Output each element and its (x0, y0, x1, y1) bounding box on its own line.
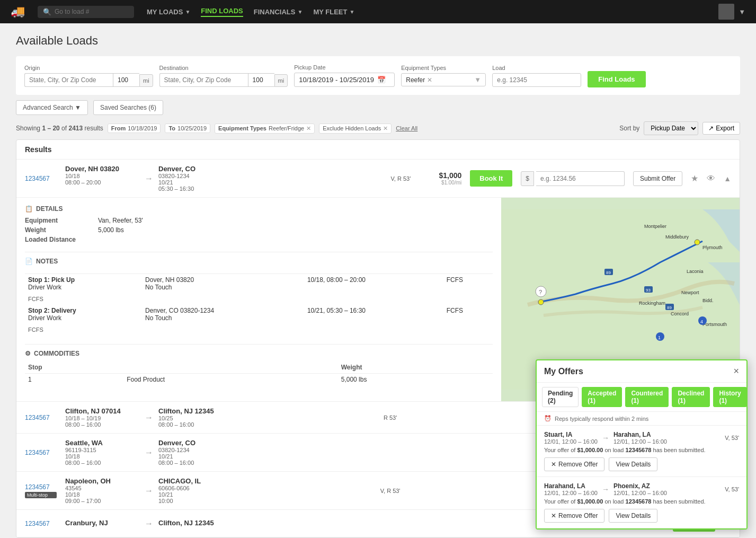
equipment-remove-icon[interactable]: ✕ (427, 76, 432, 84)
offer-amount-input-1[interactable] (536, 171, 625, 186)
load-origin-1: Dover, NH 03820 10/18 08:00 – 20:00 (65, 165, 139, 186)
export-icon: ↗ (708, 125, 714, 132)
com-stop-1: 1 (25, 374, 123, 386)
exclude-hidden-tag[interactable]: Exclude Hidden Loads ✕ (319, 124, 392, 134)
tab-declined[interactable]: Declined (1) (672, 387, 710, 407)
remove-offer-button-2[interactable]: ✕ Remove Offer (544, 509, 604, 523)
multi-stop-badge: Multi-stop (25, 492, 57, 498)
nav-my-loads[interactable]: MY LOADS ▼ (147, 7, 190, 17)
collapse-button-1[interactable]: ▲ (724, 174, 731, 183)
load-dest-4: CHICAGO, IL 60606-0606 10/21 10:00 (158, 477, 233, 504)
equipment-label: Equipment Types (401, 65, 486, 71)
load-id-2[interactable]: 1234567 (25, 414, 57, 421)
modal-notice: ⏰ Reps typically respond within 2 mins (537, 412, 746, 426)
load-price-group-1: $1,000 $1.00/mi (419, 171, 461, 186)
stop-datetime-1: 10/18, 08:00 – 20:00 (304, 274, 443, 294)
offer-message-2: Your offer of $1,000.00 on load 12345678… (544, 498, 739, 505)
datetime-header (304, 269, 443, 274)
tab-history[interactable]: History (1) (713, 387, 746, 407)
hide-button-1[interactable]: 👁 (707, 174, 715, 183)
results-bar-left: Showing 1 – 20 of 2413 results From 10/1… (16, 124, 417, 134)
load-dest-5: Clifton, NJ 12345 (158, 519, 233, 527)
export-button[interactable]: ↗ Export (702, 122, 740, 135)
arrow-icon: → (145, 486, 153, 496)
global-search[interactable]: 🔍 (38, 6, 134, 18)
tab-pending[interactable]: Pending (2) (542, 387, 579, 407)
advanced-search-button[interactable]: Advanced Search ▼ (16, 100, 88, 115)
svg-point-1 (695, 240, 700, 245)
origin-label: Origin (24, 65, 153, 71)
equipment-input[interactable]: Reefer ✕ ▼ (401, 73, 486, 86)
details-section: 📋 DETAILS Equipment Van, Reefer, 53' Wei… (25, 205, 493, 243)
close-icon: ✕ (551, 512, 556, 519)
details-icon: 📋 (25, 205, 33, 213)
load-id-1[interactable]: 1234567 (25, 175, 57, 182)
origin-radius-unit: mi (139, 74, 153, 87)
commodities-title: ⚙ COMMODITIES (25, 350, 493, 357)
table-row: FCFS (25, 293, 493, 305)
modal-close-button[interactable]: × (733, 366, 739, 377)
svg-text:4: 4 (700, 319, 703, 324)
chevron-down-icon[interactable]: ▼ (739, 8, 745, 16)
chevron-down-icon[interactable]: ▼ (474, 76, 481, 84)
find-loads-button[interactable]: Find Loads (588, 71, 645, 87)
view-details-button-2[interactable]: View Details (609, 509, 657, 523)
load-tags-1: V, R 53' (390, 175, 411, 182)
table-row: FCFS (25, 324, 493, 336)
tab-accepted[interactable]: Accepted (1) (582, 387, 622, 407)
notes-header (443, 269, 493, 274)
stop-notes-2: FCFS (443, 305, 493, 324)
equipment-type-tag[interactable]: Equipment Types Reefer/Fridge ✕ (215, 124, 315, 134)
offer-route-1: Stuart, IA 12/01, 12:00 – 16:00 → Haraha… (544, 431, 739, 445)
destination-input-group: mi (159, 73, 288, 87)
equipment-filter-group: Equipment Types Reefer ✕ ▼ (401, 65, 486, 86)
submit-offer-button-1[interactable]: Submit Offer (633, 171, 682, 186)
saved-searches-button[interactable]: Saved Searches (6) (93, 100, 163, 115)
app-logo: 🚚 (11, 5, 25, 19)
favorite-button-1[interactable]: ★ (691, 173, 698, 183)
avatar[interactable] (718, 4, 734, 20)
load-id-3[interactable]: 1234567 (25, 449, 57, 456)
calendar-icon[interactable]: 📅 (377, 76, 386, 84)
arrow-icon: → (145, 174, 153, 183)
destination-label: Destination (159, 65, 288, 71)
nav-find-loads[interactable]: FIND LOADS (201, 7, 243, 17)
equipment-type-remove-icon[interactable]: ✕ (306, 125, 311, 132)
load-input[interactable] (492, 73, 581, 87)
svg-text:Concord: Concord (671, 311, 689, 316)
destination-input[interactable] (159, 73, 248, 87)
pickup-date-input[interactable]: 10/18/2019 - 10/25/2019 📅 (294, 73, 395, 87)
exclude-hidden-remove-icon[interactable]: ✕ (383, 125, 388, 132)
details-title: 📋 DETAILS (25, 205, 493, 213)
nav-my-fleet[interactable]: MY FLEET ▼ (313, 7, 354, 17)
from-date-tag: From 10/18/2019 (108, 124, 161, 133)
search-icon: 🔍 (43, 8, 51, 16)
sort-select[interactable]: Pickup Date (644, 121, 698, 135)
modal-offers-list: Stuart, IA 12/01, 12:00 – 16:00 → Haraha… (537, 426, 746, 528)
origin-radius-input[interactable] (113, 73, 139, 87)
close-icon: ✕ (551, 461, 556, 468)
load-id-5[interactable]: 1234567 (25, 520, 57, 527)
nav-financials[interactable]: FINANCIALS ▼ (254, 7, 303, 17)
origin-input[interactable] (24, 73, 113, 87)
remove-offer-button-1[interactable]: ✕ Remove Offer (544, 457, 604, 471)
offer-tag-2: V, 53' (725, 486, 739, 492)
tab-countered[interactable]: Countered (1) (625, 387, 669, 407)
dollar-sign: $ (521, 171, 534, 186)
book-it-button-1[interactable]: Book It (470, 170, 512, 187)
destination-radius-input[interactable] (248, 73, 274, 87)
clear-all-button[interactable]: Clear All (396, 125, 417, 131)
results-bar-right: Sort by Pickup Date ↗ Export (619, 121, 740, 135)
equipment-val: Van, Reefer, 53' (98, 217, 493, 224)
view-details-button-1[interactable]: View Details (609, 457, 657, 471)
svg-point-2 (538, 299, 544, 305)
load-id-4[interactable]: 1234567 Multi-stop (25, 483, 57, 498)
details-grid: Equipment Van, Reefer, 53' Weight 5,000 … (25, 217, 493, 243)
load-dest-3: Denver, CO 03820-1234 10/21 08:00 – 16:0… (158, 439, 233, 466)
pickup-date-label: Pickup Date (294, 64, 395, 70)
global-search-input[interactable] (55, 8, 129, 15)
commodities-icon: ⚙ (25, 350, 31, 357)
load-label: Load (492, 65, 581, 71)
destination-filter-group: Destination mi (159, 65, 288, 87)
modal-header: My Offers × (537, 360, 746, 383)
